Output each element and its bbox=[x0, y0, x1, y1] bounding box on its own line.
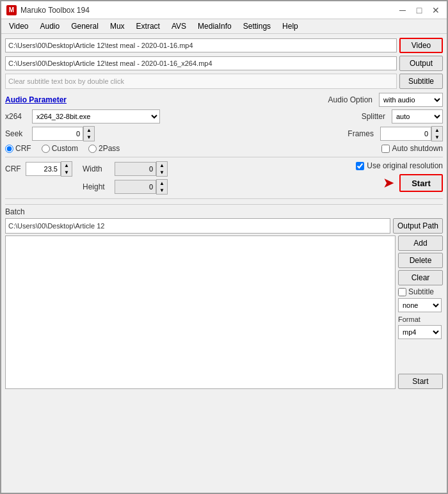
frames-input[interactable] bbox=[380, 127, 431, 141]
seek-down-btn[interactable]: ▼ bbox=[84, 134, 94, 141]
batch-start-button[interactable]: Start bbox=[398, 374, 443, 389]
crf-value-label: CRF bbox=[5, 164, 23, 173]
height-label: Height bbox=[83, 182, 111, 191]
frames-spinner: ▲ ▼ bbox=[380, 126, 443, 141]
batch-format-select[interactable]: mp4 mkv mov bbox=[398, 325, 442, 339]
custom-radio-label[interactable]: Custom bbox=[42, 144, 78, 153]
output-button[interactable]: Output bbox=[399, 56, 443, 71]
seek-up-btn[interactable]: ▲ bbox=[84, 127, 94, 134]
batch-section: Batch C:\Users\00\Desktop\Article 12 Out… bbox=[5, 204, 443, 389]
menu-avs[interactable]: AVS bbox=[166, 20, 191, 32]
close-button[interactable]: ✕ bbox=[430, 4, 442, 16]
batch-label: Batch bbox=[5, 207, 443, 216]
use-original-checkbox[interactable] bbox=[356, 162, 364, 170]
twopass-radio[interactable] bbox=[88, 145, 97, 153]
menu-video[interactable]: Video bbox=[4, 20, 33, 32]
output-row: Output bbox=[5, 56, 443, 71]
audio-option-select[interactable]: with audio no audio copy audio bbox=[379, 93, 443, 107]
menu-mux[interactable]: Mux bbox=[105, 20, 130, 32]
crf-up-btn[interactable]: ▲ bbox=[61, 162, 72, 169]
menu-audio[interactable]: Audio bbox=[35, 20, 65, 32]
subtitle-hint: Clear subtitle text box by double click bbox=[5, 74, 397, 89]
frames-up-btn[interactable]: ▲ bbox=[432, 127, 442, 134]
batch-path-display: C:\Users\00\Desktop\Article 12 bbox=[5, 218, 390, 234]
window-title: Maruko Toolbox 194 bbox=[20, 6, 90, 15]
width-label: Width bbox=[83, 164, 111, 173]
height-spinner: ▲ ▼ bbox=[115, 179, 168, 195]
output-path-input[interactable] bbox=[5, 56, 397, 70]
right-panel: Add Delete Clear Subtitle none auto Form… bbox=[398, 235, 443, 389]
crf-radio-label[interactable]: CRF bbox=[5, 144, 31, 153]
start-arrow-icon: ➤ bbox=[383, 175, 394, 191]
app-icon: M bbox=[6, 5, 17, 15]
crf-down-btn[interactable]: ▼ bbox=[61, 169, 72, 176]
title-bar: M Maruko Toolbox 194 ─ □ ✕ bbox=[1, 1, 447, 19]
minimize-button[interactable]: ─ bbox=[397, 4, 408, 16]
width-up-btn[interactable]: ▲ bbox=[157, 162, 167, 169]
splitter-select[interactable]: auto ffmpeg haali bbox=[392, 109, 443, 124]
clear-button[interactable]: Clear bbox=[398, 270, 443, 285]
x264-label: x264 bbox=[5, 112, 28, 121]
menu-mediainfo[interactable]: MediaInfo bbox=[193, 20, 237, 32]
menu-bar: Video Audio General Mux Extract AVS Medi… bbox=[1, 19, 447, 34]
menu-general[interactable]: General bbox=[66, 20, 104, 32]
audio-option-label: Audio Option bbox=[328, 95, 372, 104]
audio-section: Audio Parameter Audio Option with audio … bbox=[5, 93, 443, 195]
seek-spinner: ▲ ▼ bbox=[32, 126, 95, 141]
splitter-label: Splitter bbox=[362, 112, 385, 121]
custom-radio[interactable] bbox=[42, 145, 50, 153]
crf-spinner: ▲ ▼ bbox=[26, 161, 72, 177]
delete-button[interactable]: Delete bbox=[398, 253, 443, 268]
batch-none-select[interactable]: none auto bbox=[398, 298, 442, 312]
menu-help[interactable]: Help bbox=[277, 20, 303, 32]
batch-subtitle-checkbox[interactable] bbox=[398, 288, 406, 296]
height-up-btn[interactable]: ▲ bbox=[157, 180, 167, 187]
width-down-btn[interactable]: ▼ bbox=[157, 169, 167, 176]
width-input[interactable] bbox=[115, 162, 156, 176]
subtitle-row: Clear subtitle text box by double click … bbox=[5, 74, 443, 89]
frames-label: Frames bbox=[348, 129, 374, 138]
height-down-btn[interactable]: ▼ bbox=[157, 187, 167, 194]
video-row: Video bbox=[5, 38, 443, 53]
auto-shutdown-checkbox-label[interactable]: Auto shutdown bbox=[381, 144, 443, 153]
auto-shutdown-checkbox[interactable] bbox=[381, 145, 390, 153]
batch-subtitle-label: Subtitle bbox=[408, 287, 434, 296]
add-button[interactable]: Add bbox=[398, 235, 443, 251]
maximize-button[interactable]: □ bbox=[413, 4, 425, 16]
crf-input[interactable] bbox=[26, 162, 61, 176]
audio-param-label[interactable]: Audio Parameter bbox=[5, 95, 76, 104]
x264-select[interactable]: x264_32-8bit.exe x264_64-8bit.exe x264_3… bbox=[32, 109, 160, 124]
use-original-checkbox-label[interactable]: Use original resolution bbox=[356, 161, 443, 170]
video-path-input[interactable] bbox=[5, 38, 397, 52]
format-label: Format bbox=[398, 315, 443, 323]
crf-radio[interactable] bbox=[5, 145, 13, 153]
height-input[interactable] bbox=[115, 180, 156, 194]
twopass-radio-label[interactable]: 2Pass bbox=[88, 144, 120, 153]
video-button[interactable]: Video bbox=[399, 38, 443, 53]
width-spinner: ▲ ▼ bbox=[115, 161, 168, 177]
output-path-button[interactable]: Output Path bbox=[393, 218, 443, 234]
start-button[interactable]: Start bbox=[399, 174, 443, 192]
frames-down-btn[interactable]: ▼ bbox=[432, 134, 442, 141]
menu-extract[interactable]: Extract bbox=[131, 20, 165, 32]
subtitle-button[interactable]: Subtitle bbox=[399, 74, 443, 89]
menu-settings[interactable]: Settings bbox=[238, 20, 276, 32]
batch-list bbox=[5, 235, 396, 389]
seek-input[interactable] bbox=[32, 127, 83, 141]
seek-label: Seek bbox=[5, 129, 28, 138]
